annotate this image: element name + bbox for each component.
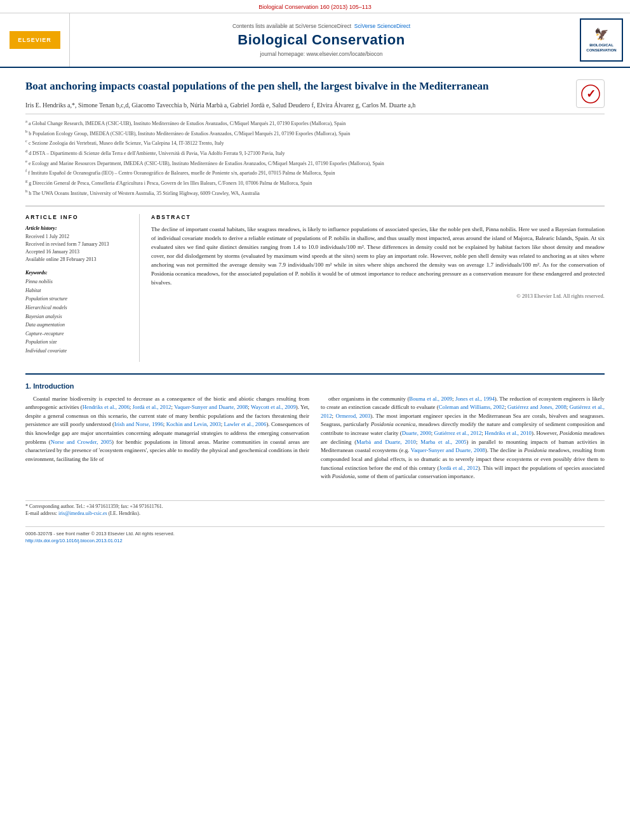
affiliation-h: h h The UWA Oceans Institute, University…	[25, 188, 605, 197]
ref-kochin2003[interactable]: Kochin and Levin, 2003	[166, 421, 221, 427]
ref-jones1994[interactable]: Jones et al., 1994	[455, 396, 495, 402]
footer-doi: http://dx.doi.org/10.1016/j.biocon.2013.…	[25, 538, 605, 543]
article-title-text: Boat anchoring impacts coastal populatio…	[25, 80, 489, 92]
posidonia-italic4: Posidonia	[332, 473, 355, 479]
affiliation-c: c c Sezione Zoologia dei Vertebrati, Mus…	[25, 138, 605, 147]
available-date: Available online 28 February 2013	[25, 256, 130, 263]
footnote-email: E-mail address: iris@imedea.uib-csic.es …	[25, 510, 605, 516]
ref-marba2010[interactable]: Marbà and Duarte, 2010	[356, 439, 416, 445]
article-history-group: Article history: Received 1 July 2012 Re…	[25, 225, 130, 263]
footnote-corresponding: * Corresponding author. Tel.: +34 971611…	[25, 503, 605, 509]
received-date: Received 1 July 2012	[25, 233, 130, 241]
keywords-group: Keywords: Pinna nobilis Habitat Populati…	[25, 270, 130, 355]
ref-bouma2009[interactable]: Bouma et al., 2009	[409, 396, 452, 402]
ref-jorda2012b[interactable]: Jordà et al., 2012	[439, 465, 478, 471]
intro-title: 1. Introduction	[25, 382, 605, 390]
ref-gutierrez2012b[interactable]: Gutiérrez et al., 2012	[434, 430, 482, 436]
ref-norse2005[interactable]: Norse and Crowder, 2005	[51, 439, 112, 445]
keyword-3: Population structure	[25, 295, 130, 303]
ref-jorda2012[interactable]: Jordà et al., 2012	[133, 404, 171, 410]
ref-hendriks2006[interactable]: Hendriks et al., 2006	[83, 404, 130, 410]
abstract-text: The decline of important coastal habitat…	[151, 225, 605, 288]
affiliations-block: a a Global Change Research, IMEDEA (CSIC…	[25, 114, 605, 197]
ref-vaquer2008[interactable]: Vaquer-Sunyer and Duarte, 2008	[174, 404, 248, 410]
elsevier-logo: ELSEVIER	[10, 31, 60, 49]
footnotes-section: * Corresponding author. Tel.: +34 971611…	[25, 500, 605, 516]
journal-top-bar: Biological Conservation 160 (2013) 105–1…	[0, 0, 630, 13]
journal-header: ELSEVIER Contents lists available at Sci…	[0, 13, 630, 68]
article-info-abstract: ARTICLE INFO Article history: Received 1…	[25, 206, 605, 361]
intro-para2: other organisms in the community (Bouma …	[321, 395, 605, 481]
journal-header-right: 🦅 BIOLOGICALCONSERVATION	[573, 13, 630, 67]
page-footer: 0006-3207/$ - see front matter © 2013 El…	[25, 526, 605, 547]
authors-text: Iris E. Hendriks a,*, Simone Tenan b,c,d…	[25, 102, 415, 109]
keyword-9: Individual covariate	[25, 347, 130, 356]
affiliation-f: f f Instituto Español de Oceanografía (I…	[25, 168, 605, 177]
keyword-4: Hierarchical models	[25, 303, 130, 312]
ref-marba2005[interactable]: Marba et al., 2005	[420, 439, 466, 445]
abstract-section: ABSTRACT The decline of important coasta…	[151, 214, 605, 361]
copyright-line: © 2013 Elsevier Ltd. All rights reserved…	[151, 293, 605, 299]
ref-coleman2002[interactable]: Coleman and Williams, 2002	[439, 404, 504, 410]
sciverse-line: Contents lists available at SciVerse Sci…	[232, 23, 410, 29]
article-info-section: ARTICLE INFO Article history: Received 1…	[25, 214, 140, 361]
abstract-header: ABSTRACT	[151, 214, 605, 220]
intro-text-columns: Coastal marine biodiversity is expected …	[25, 395, 605, 485]
posidonia-italic2: Posidonia	[560, 430, 582, 436]
crossmark-badge: ✓	[576, 79, 605, 108]
footer-issn: 0006-3207/$ - see front matter © 2013 El…	[25, 531, 605, 537]
keyword-8: Population size	[25, 338, 130, 347]
article-info-header: ARTICLE INFO	[25, 214, 130, 220]
page-wrapper: Biological Conservation 160 (2013) 105–1…	[0, 0, 630, 547]
keyword-2: Habitat	[25, 286, 130, 295]
journal-citation: Biological Conservation 160 (2013) 105–1…	[258, 4, 372, 10]
accepted-date: Accepted 16 January 2013	[25, 248, 130, 256]
affiliation-a: a a Global Change Research, IMEDEA (CSIC…	[25, 118, 605, 128]
keywords-label: Keywords:	[25, 270, 130, 276]
revised-date: Received in revised form 7 January 2013	[25, 241, 130, 248]
ref-ormerod2003[interactable]: Ormerod, 2003	[335, 413, 370, 419]
authors-line: Iris E. Hendriks a,*, Simone Tenan b,c,d…	[25, 100, 605, 110]
affiliation-g: g g Dirección General de Pesca, Conselle…	[25, 178, 605, 187]
badge-text: BIOLOGICALCONSERVATION	[586, 43, 616, 53]
article-title-block: Boat anchoring impacts coastal populatio…	[25, 79, 605, 94]
introduction-section: 1. Introduction Coastal marine biodivers…	[25, 373, 605, 485]
article-content: Boat anchoring impacts coastal populatio…	[0, 68, 630, 497]
ref-waycott2009[interactable]: Waycott et al., 2009	[251, 404, 296, 410]
affiliation-b: b b Population Ecology Group, IMEDEA (CS…	[25, 128, 605, 138]
sciverse-link[interactable]: SciVerse ScienceDirect	[354, 23, 410, 29]
affiliation-e: e e Ecology and Marine Resources Departm…	[25, 158, 605, 168]
badge-bird-icon: 🦅	[594, 27, 608, 42]
intro-left-col: Coastal marine biodiversity is expected …	[25, 395, 309, 485]
footnote-email-link[interactable]: iris@imedea.uib-csic.es	[58, 510, 107, 516]
ref-lawler2006[interactable]: Lawler et al., 2006	[224, 421, 267, 427]
ref-duarte2000[interactable]: Duarte, 2000	[402, 430, 431, 436]
journal-header-center: Contents lists available at SciVerse Sci…	[70, 13, 573, 67]
posidonia-italic3: Posidonia	[524, 447, 547, 453]
keyword-6: Data augmentation	[25, 321, 130, 330]
ref-hendriks2010[interactable]: Hendriks et al., 2010	[485, 430, 532, 436]
affiliation-d: d d DSTA – Dipartimento di Scienze della…	[25, 148, 605, 157]
journal-header-left: ELSEVIER	[0, 13, 70, 67]
keyword-5: Bayesian analysis	[25, 312, 130, 321]
footer-doi-link[interactable]: http://dx.doi.org/10.1016/j.biocon.2013.…	[25, 538, 123, 543]
ref-vaquer2008b[interactable]: Vaquer-Sunyer and Duarte, 2008	[411, 447, 485, 453]
journal-homepage: journal homepage: www.elsevier.com/locat…	[260, 51, 383, 57]
history-label: Article history:	[25, 225, 130, 231]
svg-text:✓: ✓	[586, 88, 595, 100]
intro-right-col: other organisms in the community (Bouma …	[321, 395, 605, 485]
keyword-1: Pinna nobilis	[25, 277, 130, 286]
ref-gutierrez2008[interactable]: Gutiérrez and Jones, 2008	[507, 404, 566, 410]
keyword-7: Capture–recapture	[25, 330, 130, 338]
ref-irish1996[interactable]: Irish and Norse, 1996	[114, 421, 163, 427]
posidonia-italic: Posidonia oceanica	[371, 421, 415, 427]
journal-title: Biological Conservation	[238, 32, 405, 48]
keywords-list: Pinna nobilis Habitat Population structu…	[25, 277, 130, 355]
intro-para1: Coastal marine biodiversity is expected …	[25, 395, 309, 464]
journal-badge: 🦅 BIOLOGICALCONSERVATION	[580, 18, 623, 62]
